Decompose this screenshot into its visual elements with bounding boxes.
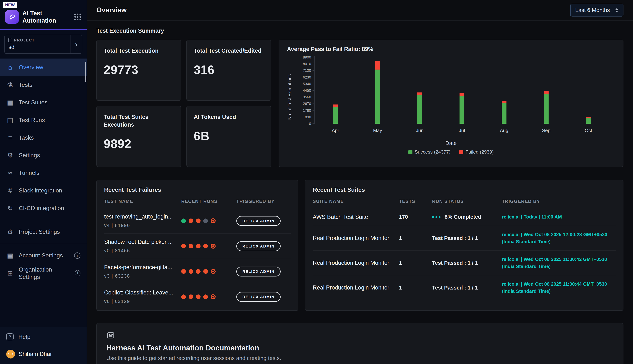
triggered-by-button[interactable]: RELICX ADMIN xyxy=(236,292,281,302)
info-icon[interactable]: i xyxy=(75,270,80,276)
run-status-dot-orange[interactable] xyxy=(196,269,200,274)
date-range-selector[interactable]: Last 6 Months xyxy=(570,4,623,16)
app-logo-icon[interactable] xyxy=(5,10,19,24)
sidebar-item-test-suites[interactable]: ▦ Test Suites xyxy=(0,94,87,111)
run-status-dot-orange[interactable] xyxy=(181,244,186,248)
table-row: test-removing_auto_login... v4 | 81996 R… xyxy=(104,208,291,233)
recent-runs-dots[interactable] xyxy=(181,244,236,248)
project-icon xyxy=(9,38,12,42)
page-title: Overview xyxy=(96,6,127,14)
app-root: NEW AI Test Automation PR xyxy=(0,0,633,364)
page-header: Overview Last 6 Months xyxy=(87,0,633,20)
test-name-link[interactable]: test-removing_auto_login... xyxy=(104,213,178,220)
tasks-list-icon: ≡ xyxy=(6,134,14,142)
table-header: SUITE NAME TESTS RUN STATUS TRIGGERED BY xyxy=(313,199,616,208)
suite-name-link[interactable]: Real Production Login Monitor xyxy=(313,284,399,291)
progress-dots-icon xyxy=(432,216,434,218)
sidebar-nav: ⌂ Overview ⚗ Tests ▦ Test Suites ◫ Test … xyxy=(0,58,87,217)
sidebar-item-organization-settings[interactable]: ⊞ Organization Settings i xyxy=(0,264,87,282)
suite-name-link[interactable]: Real Production Login Monitor xyxy=(313,235,399,242)
sidebar-item-label: Test Runs xyxy=(19,117,45,124)
run-status-dot-orange[interactable] xyxy=(203,269,208,274)
stat-value: 29773 xyxy=(104,63,174,77)
sidebar-item-label: CI-CD integration xyxy=(19,205,64,212)
info-icon[interactable]: i xyxy=(74,252,80,259)
run-status-dot-orange[interactable] xyxy=(196,294,200,299)
project-selector[interactable]: PROJECT sd › xyxy=(5,35,82,54)
user-menu[interactable]: SD Shibam Dhar xyxy=(0,346,87,362)
failed-swatch-icon xyxy=(459,150,463,154)
legend-label: Failed (2939) xyxy=(466,149,494,155)
sidebar-item-overview[interactable]: ⌂ Overview xyxy=(0,58,87,76)
triggered-by-link[interactable]: relicx.ai | Today | 11:00 AM xyxy=(502,213,616,220)
docs-icon xyxy=(106,331,613,340)
triggered-by-button[interactable]: RELICX ADMIN xyxy=(236,266,281,276)
stacked-bar-chart: 0890178026703560445053406230712080108900… xyxy=(292,54,615,140)
table-row: Real Production Login Monitor 1 Test Pas… xyxy=(313,275,616,300)
run-status-dot-ring[interactable] xyxy=(211,269,216,274)
sidebar-item-slack-integration[interactable]: # Slack integration xyxy=(0,182,87,200)
sidebar-item-test-runs[interactable]: ◫ Test Runs xyxy=(0,111,87,129)
run-status-dot-orange[interactable] xyxy=(203,294,208,299)
svg-text:7120: 7120 xyxy=(303,68,311,72)
run-status-dot-orange[interactable] xyxy=(196,244,200,248)
sidebar-item-tunnels[interactable]: ≈ Tunnels xyxy=(0,164,87,182)
run-status-dot-green[interactable] xyxy=(181,218,186,223)
chart-title: Average Pass to Fail Ratio: 89% xyxy=(287,46,615,52)
sidebar-item-cicd-integration[interactable]: ↻ CI-CD integration xyxy=(0,200,87,217)
stat-value: 9892 xyxy=(104,137,174,151)
run-status-dot-orange[interactable] xyxy=(196,218,200,223)
home-icon: ⌂ xyxy=(6,64,14,71)
triggered-by-button[interactable]: RELICX ADMIN xyxy=(236,216,281,226)
stat-card-ai-tokens: AI Tokens Used 6B xyxy=(186,106,271,167)
run-status-dot-orange[interactable] xyxy=(189,269,193,274)
run-status-dot-orange[interactable] xyxy=(189,244,193,248)
sidebar-item-help[interactable]: ? Help xyxy=(0,328,87,346)
apps-grid-icon[interactable] xyxy=(74,13,82,21)
svg-text:2670: 2670 xyxy=(303,102,311,106)
sidebar-item-account-settings[interactable]: ▤ Account Settings i xyxy=(0,247,87,264)
run-status-dot-orange[interactable] xyxy=(181,294,186,299)
run-status-dot-orange[interactable] xyxy=(203,244,208,248)
chevron-updown-icon xyxy=(615,8,618,12)
triggered-by-link[interactable]: relicx.ai | Wed Oct 08 2025 11:30:42 GMT… xyxy=(502,256,616,270)
test-name-link[interactable]: Copilot: Classified: Leave... xyxy=(104,289,178,296)
svg-text:May: May xyxy=(373,128,382,133)
slack-icon: # xyxy=(6,187,14,194)
run-status-dot-ring[interactable] xyxy=(211,294,216,299)
sidebar-item-tests[interactable]: ⚗ Tests xyxy=(0,76,87,94)
sidebar-item-label: Tests xyxy=(19,82,33,88)
sidebar-item-settings[interactable]: ⚙ Settings xyxy=(0,146,87,164)
chevron-right-icon[interactable]: › xyxy=(71,35,82,54)
stat-value: 316 xyxy=(194,63,264,77)
run-status-dot-orange[interactable] xyxy=(181,269,186,274)
suite-name-link[interactable]: AWS Batch Test Suite xyxy=(313,214,399,220)
triggered-by-link[interactable]: relicx.ai | Wed Oct 08 2025 12:00:23 GMT… xyxy=(502,231,616,245)
svg-text:Sep: Sep xyxy=(542,128,550,133)
logo-glyph xyxy=(8,13,16,21)
run-status-dot-ring[interactable] xyxy=(211,244,216,248)
column-test-name: TEST NAME xyxy=(104,199,181,204)
sidebar-item-project-settings[interactable]: ⚙ Project Settings xyxy=(0,223,87,241)
recent-runs-dots[interactable] xyxy=(181,218,236,223)
triggered-by-link[interactable]: relicx.ai | Wed Oct 08 2025 11:00:44 GMT… xyxy=(502,280,616,295)
triggered-by-button[interactable]: RELICX ADMIN xyxy=(236,241,281,251)
app-title: AI Test Automation xyxy=(23,10,56,24)
run-status-dot-gray[interactable] xyxy=(203,218,208,223)
suite-tests-count: 1 xyxy=(399,260,432,266)
sidebar-item-label: Settings xyxy=(19,152,40,159)
svg-text:890: 890 xyxy=(305,115,311,119)
test-name-link[interactable]: Shadow root Date picker ... xyxy=(104,239,178,245)
sidebar-item-tasks[interactable]: ≡ Tasks xyxy=(0,129,87,146)
svg-text:6230: 6230 xyxy=(303,75,311,79)
run-status-dot-orange[interactable] xyxy=(189,218,193,223)
sidebar-scrollbar-thumb[interactable] xyxy=(85,62,86,82)
suite-name-link[interactable]: Real Production Login Monitor xyxy=(313,260,399,266)
run-status-dot-orange[interactable] xyxy=(189,294,193,299)
recent-runs-dots[interactable] xyxy=(181,294,236,299)
test-name-link[interactable]: Facets-performance-gitla... xyxy=(104,264,178,270)
documentation-card: Harness AI Test Automation Documentation… xyxy=(96,323,623,364)
account-icon: ▤ xyxy=(6,252,14,260)
run-status-dot-ring[interactable] xyxy=(211,218,216,223)
recent-runs-dots[interactable] xyxy=(181,269,236,274)
